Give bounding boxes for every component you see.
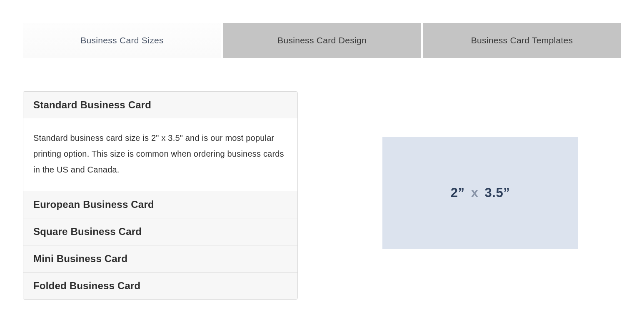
tab-label: Business Card Templates [471, 35, 573, 45]
accordion-title: Square Business Card [33, 226, 142, 237]
card-preview-area: 2” x 3.5” [339, 91, 621, 300]
dimension-width: 3.5” [485, 185, 510, 200]
accordion-title: Mini Business Card [33, 253, 127, 264]
accordion-body-text: Standard business card size is 2" x 3.5"… [33, 133, 284, 174]
card-size-preview: 2” x 3.5” [382, 137, 578, 249]
accordion-header-standard[interactable]: Standard Business Card [23, 92, 297, 118]
accordion-item-folded: Folded Business Card [23, 272, 297, 299]
tab-label: Business Card Design [277, 35, 367, 45]
accordion-item-standard: Standard Business Card Standard business… [23, 92, 297, 191]
dimension-height: 2” [451, 185, 465, 200]
accordion-body-standard: Standard business card size is 2" x 3.5"… [23, 118, 297, 191]
accordion-item-mini: Mini Business Card [23, 245, 297, 272]
dimension-separator: x [471, 185, 479, 200]
accordion-header-square[interactable]: Square Business Card [23, 218, 297, 245]
tab-label: Business Card Sizes [80, 35, 163, 45]
card-dimensions-label: 2” x 3.5” [451, 185, 510, 200]
size-accordion: Standard Business Card Standard business… [23, 91, 298, 300]
accordion-title: Standard Business Card [33, 99, 151, 110]
tab-list: Business Card Sizes Business Card Design… [23, 23, 621, 58]
content-area: Standard Business Card Standard business… [23, 91, 621, 300]
accordion-title: Folded Business Card [33, 280, 140, 291]
accordion-title: European Business Card [33, 199, 154, 210]
tab-business-card-design[interactable]: Business Card Design [223, 23, 421, 58]
tab-business-card-templates[interactable]: Business Card Templates [423, 23, 621, 58]
accordion-header-mini[interactable]: Mini Business Card [23, 245, 297, 272]
tab-business-card-sizes[interactable]: Business Card Sizes [23, 23, 221, 58]
accordion-header-european[interactable]: European Business Card [23, 191, 297, 218]
accordion-item-european: European Business Card [23, 191, 297, 218]
accordion-header-folded[interactable]: Folded Business Card [23, 272, 297, 299]
accordion-item-square: Square Business Card [23, 218, 297, 245]
